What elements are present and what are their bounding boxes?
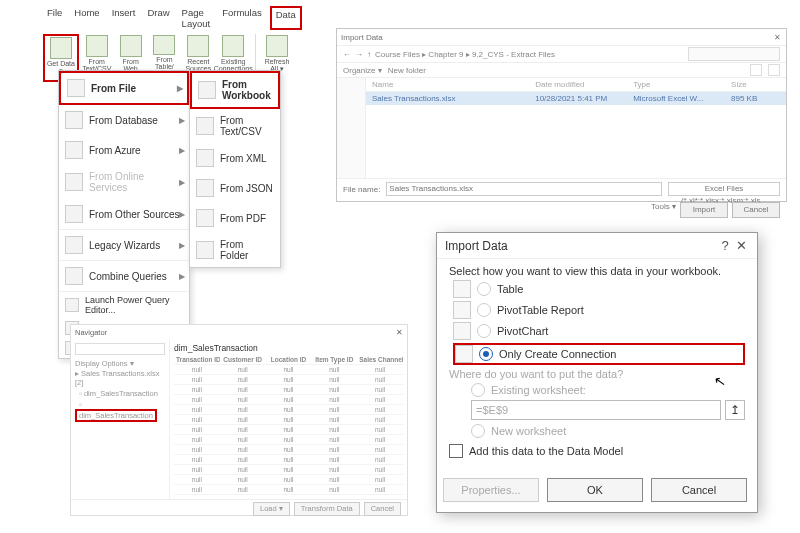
pivotchart-icon (453, 322, 471, 340)
col-size[interactable]: Size (731, 80, 780, 89)
submenu-from-pdf[interactable]: From PDF (190, 203, 280, 233)
tree-item-selected[interactable]: ▫ dim_SalesTransaction (75, 399, 165, 423)
tab-formulas[interactable]: Formulas (218, 6, 266, 30)
tools-button[interactable]: Tools ▾ (651, 202, 676, 218)
radio-new-ws[interactable] (471, 424, 485, 438)
table-icon (153, 35, 175, 55)
ok-button[interactable]: OK (547, 478, 643, 502)
help-icon[interactable]: ? (717, 238, 733, 253)
tree-item[interactable]: ▫ dim_SalesTransaction (75, 388, 165, 399)
fromfile-submenu: From Workbook From Text/CSV From XML Fro… (189, 70, 281, 268)
folder-tree[interactable] (337, 78, 366, 178)
opt-pivot: PivotTable Report (497, 304, 584, 316)
tab-home[interactable]: Home (70, 6, 103, 30)
refresh-icon (266, 35, 288, 57)
navigator-search[interactable] (75, 343, 165, 355)
back-icon[interactable]: ← (343, 50, 351, 59)
folder2-icon (196, 241, 214, 259)
radio-table[interactable] (477, 282, 491, 296)
navigator-transform-button[interactable]: Transform Data (294, 502, 360, 516)
import-button[interactable]: Import (680, 202, 728, 218)
cancel-button[interactable]: Cancel (651, 478, 747, 502)
up-icon[interactable]: ↑ (367, 50, 371, 59)
preview-title: dim_SalesTransaction (174, 343, 403, 353)
ribbon-tabs: File Home Insert Draw Page Layout Formul… (43, 6, 293, 32)
navigator-close[interactable]: ✕ (396, 328, 403, 337)
navigator-cancel-button[interactable]: Cancel (364, 502, 401, 516)
tab-data[interactable]: Data (270, 6, 302, 30)
submenu-from-xml[interactable]: From XML (190, 143, 280, 173)
file-list: Name Date modified Type Size Sales Trans… (366, 78, 786, 178)
cloud-icon (65, 173, 83, 191)
fwd-icon[interactable]: → (355, 50, 363, 59)
checkbox-add-model[interactable] (449, 444, 463, 458)
csv-icon (196, 117, 214, 135)
cell-ref-input[interactable]: =$E$9 (471, 400, 721, 420)
navigator-title: Navigator (75, 328, 107, 337)
file-row[interactable]: Sales Transactions.xlsx 10/28/2021 5:41 … (366, 92, 786, 105)
radio-pivot[interactable] (477, 303, 491, 317)
menu-launch-pqe[interactable]: Launch Power Query Editor... (59, 292, 189, 318)
opt-pivotchart: PivotChart (497, 325, 548, 337)
col-date[interactable]: Date modified (535, 80, 633, 89)
xml-icon (196, 149, 214, 167)
pqe-icon (65, 298, 79, 312)
submenu-from-workbook[interactable]: From Workbook (190, 71, 280, 109)
separator (255, 34, 256, 74)
col-name[interactable]: Name (372, 80, 535, 89)
view-icon[interactable] (750, 64, 762, 76)
file-search-input[interactable] (688, 47, 780, 61)
file-cancel-button[interactable]: Cancel (732, 202, 780, 218)
textcsv-icon (86, 35, 108, 57)
azure-icon (65, 141, 83, 159)
folder-icon (67, 79, 85, 97)
display-options[interactable]: Display Options ▾ (75, 359, 165, 368)
existing-icon (222, 35, 244, 57)
close-icon[interactable]: ✕ (733, 238, 749, 253)
menu-from-online[interactable]: From Online Services▶ (59, 165, 189, 199)
menu-from-database[interactable]: From Database▶ (59, 105, 189, 135)
tab-draw[interactable]: Draw (143, 6, 173, 30)
other-icon (65, 205, 83, 223)
col-type[interactable]: Type (633, 80, 731, 89)
submenu-from-folder[interactable]: From Folder (190, 233, 280, 267)
import-data-dialog: Import Data ? ✕ Select how you want to v… (436, 232, 758, 513)
tree-workbook[interactable]: ▸ Sales Transactions.xlsx [2] (75, 368, 165, 388)
radio-pivotchart[interactable] (477, 324, 491, 338)
menu-combine-queries[interactable]: Combine Queries▶ (59, 260, 189, 291)
cursor-icon: ↖ (713, 372, 728, 390)
tab-file[interactable]: File (43, 6, 66, 30)
info-icon[interactable] (768, 64, 780, 76)
menu-legacy-wizards[interactable]: Legacy Wizards▶ (59, 229, 189, 260)
file-open-dialog: Import Data ✕ ← → ↑ Course Files ▸ Chapt… (336, 28, 787, 202)
filetype-filter[interactable]: Excel Files (*.xl*;*.xlsx;*.xlsm;*.xls..… (668, 182, 780, 196)
range-picker-icon[interactable]: ↥ (725, 400, 745, 420)
database-icon (65, 111, 83, 129)
connection-icon (455, 345, 473, 363)
opt-new-ws: New worksheet (491, 425, 566, 437)
tab-insert[interactable]: Insert (108, 6, 140, 30)
menu-from-other[interactable]: From Other Sources▶ (59, 199, 189, 229)
radio-only-conn[interactable] (479, 347, 493, 361)
table-icon (453, 280, 471, 298)
radio-existing-ws[interactable] (471, 383, 485, 397)
opt-table: Table (497, 283, 523, 295)
opt-only-conn: Only Create Connection (499, 348, 616, 360)
properties-button[interactable]: Properties... (443, 478, 539, 502)
file-dialog-title: Import Data (341, 33, 383, 42)
filename-input[interactable]: Sales Transactions.xlsx (386, 182, 662, 196)
preview-table: Transaction IDCustomer IDLocation IDItem… (174, 355, 403, 495)
submenu-from-json[interactable]: From JSON (190, 173, 280, 203)
workbook-icon (198, 81, 216, 99)
menu-from-file[interactable]: From File▶ (59, 71, 189, 105)
file-dialog-close[interactable]: ✕ (772, 33, 782, 42)
organize-button[interactable]: Organize ▾ (343, 66, 382, 75)
newfolder-button[interactable]: New folder (388, 66, 426, 75)
navigator-load-button[interactable]: Load ▾ (253, 502, 290, 516)
breadcrumb[interactable]: Course Files ▸ Chapter 9 ▸ 9.2_CYS - Ext… (375, 50, 684, 59)
tab-pagelayout[interactable]: Page Layout (178, 6, 215, 30)
menu-from-azure[interactable]: From Azure▶ (59, 135, 189, 165)
import-dialog-title: Import Data (445, 239, 508, 253)
filename-label: File name: (343, 185, 380, 194)
submenu-from-textcsv[interactable]: From Text/CSV (190, 109, 280, 143)
